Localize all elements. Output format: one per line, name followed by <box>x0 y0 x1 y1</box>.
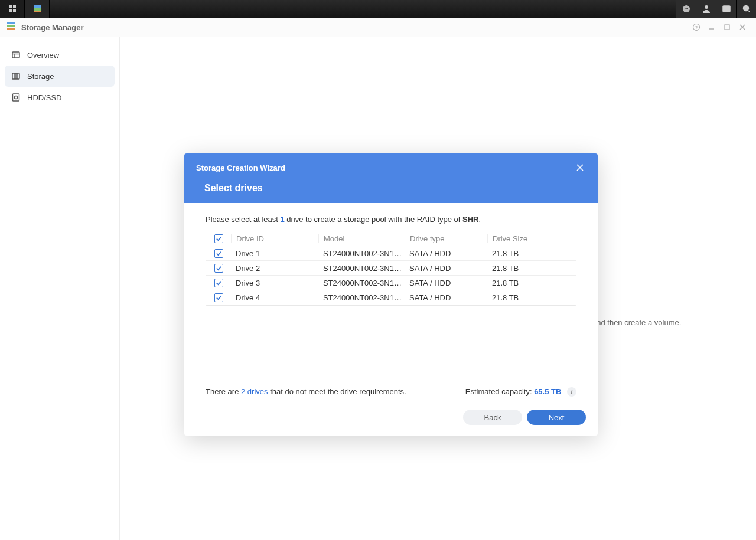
taskbar-widgets-icon[interactable] <box>716 0 736 18</box>
drive-checkbox[interactable] <box>214 264 223 273</box>
cell-drive-type: SATA / HDD <box>405 293 487 302</box>
dialog-subtitle: Select drives <box>204 183 586 194</box>
cell-model: ST24000NT002-3N11… <box>318 279 405 287</box>
taskbar-apps-button[interactable] <box>0 0 25 18</box>
window-minimize-button[interactable] <box>704 19 719 35</box>
svg-rect-0 <box>9 5 12 8</box>
svg-rect-2 <box>9 9 12 12</box>
sidebar-item-overview[interactable]: Overview <box>5 44 115 66</box>
min-drive-count: 1 <box>280 215 284 224</box>
svg-rect-32 <box>13 94 19 101</box>
table-row[interactable]: Drive 1ST24000NT002-3N11…SATA / HDD21.8 … <box>206 246 576 261</box>
col-header-drive-id[interactable]: Drive ID <box>231 234 318 243</box>
dialog-header: Storage Creation Wizard Select drives <box>184 153 598 203</box>
system-taskbar <box>0 0 756 18</box>
drive-checkbox[interactable] <box>214 279 223 287</box>
unmet-drives-text: There are 2 drives that do not meet the … <box>206 387 406 396</box>
svg-point-9 <box>686 8 687 9</box>
cell-model: ST24000NT002-3N11… <box>318 293 405 302</box>
dialog-info-row: There are 2 drives that do not meet the … <box>206 381 576 403</box>
storage-icon <box>11 71 21 81</box>
svg-rect-17 <box>7 25 15 27</box>
table-row[interactable]: Drive 2ST24000NT002-3N11…SATA / HDD21.8 … <box>206 261 576 276</box>
svg-line-15 <box>748 11 750 12</box>
sidebar: Overview Storage HDD/SSD <box>0 37 120 540</box>
back-button[interactable]: Back <box>463 410 522 425</box>
svg-point-14 <box>743 6 748 11</box>
drive-checkbox[interactable] <box>214 249 223 258</box>
background-hint-text: and then create a volume. <box>592 318 756 327</box>
dialog-close-button[interactable] <box>574 162 586 174</box>
cell-drive-size: 21.8 TB <box>487 293 576 302</box>
sidebar-item-storage[interactable]: Storage <box>5 66 115 87</box>
cell-drive-type: SATA / HDD <box>405 279 487 287</box>
hdd-icon <box>11 92 21 103</box>
table-row[interactable]: Drive 4ST24000NT002-3N11…SATA / HDD21.8 … <box>206 290 576 305</box>
select-all-checkbox[interactable] <box>214 234 223 243</box>
drive-checkbox[interactable] <box>214 293 223 302</box>
window-maximize-button[interactable] <box>719 19 735 35</box>
svg-rect-25 <box>12 52 19 58</box>
taskbar-search-icon[interactable] <box>736 0 756 18</box>
cell-model: ST24000NT002-3N11… <box>318 264 405 273</box>
window-titlebar: Storage Manager ? <box>0 18 756 37</box>
taskbar-storage-manager-button[interactable] <box>25 0 50 18</box>
capacity-value: 65.5 TB <box>534 387 561 396</box>
unmet-drives-link[interactable]: 2 drives <box>241 387 268 396</box>
cell-drive-size: 21.8 TB <box>487 249 576 258</box>
cell-drive-type: SATA / HDD <box>405 264 487 273</box>
svg-point-10 <box>687 8 688 9</box>
svg-rect-18 <box>7 28 15 30</box>
cell-drive-type: SATA / HDD <box>405 249 487 258</box>
window-close-button[interactable] <box>735 19 750 35</box>
instruction-text: Please select at least 1 drive to create… <box>206 215 576 224</box>
drive-table: Drive ID Model Drive type Drive Size Dri… <box>206 231 576 306</box>
cell-drive-id: Drive 4 <box>231 293 318 302</box>
taskbar-user-icon[interactable] <box>696 0 716 18</box>
taskbar-chat-icon[interactable] <box>676 0 696 18</box>
dialog-title: Storage Creation Wizard <box>196 163 285 172</box>
col-header-drive-size[interactable]: Drive Size <box>487 234 576 243</box>
sidebar-item-label: HDD/SSD <box>27 93 62 102</box>
col-header-drive-type[interactable]: Drive type <box>405 234 487 243</box>
svg-rect-16 <box>7 22 15 24</box>
svg-rect-3 <box>13 9 16 12</box>
svg-rect-12 <box>723 6 730 12</box>
svg-rect-6 <box>34 11 41 12</box>
table-header-row: Drive ID Model Drive type Drive Size <box>206 231 576 246</box>
window-help-button[interactable]: ? <box>689 19 704 35</box>
cell-drive-id: Drive 2 <box>231 264 318 273</box>
cell-drive-id: Drive 3 <box>231 279 318 287</box>
svg-point-8 <box>684 8 685 9</box>
cell-drive-size: 21.8 TB <box>487 264 576 273</box>
dialog-actions: Back Next <box>184 402 598 436</box>
col-header-model[interactable]: Model <box>318 234 405 243</box>
next-button[interactable]: Next <box>527 410 586 425</box>
info-icon[interactable]: i <box>567 387 576 397</box>
svg-point-33 <box>15 96 18 99</box>
sidebar-item-label: Overview <box>27 51 59 60</box>
storage-manager-icon <box>6 21 17 34</box>
cell-drive-size: 21.8 TB <box>487 279 576 287</box>
svg-point-11 <box>705 5 708 9</box>
cell-model: ST24000NT002-3N11… <box>318 249 405 258</box>
sidebar-item-label: Storage <box>27 72 54 81</box>
svg-rect-4 <box>34 5 41 8</box>
table-row[interactable]: Drive 3ST24000NT002-3N11…SATA / HDD21.8 … <box>206 276 576 290</box>
estimated-capacity: Estimated capacity: 65.5 TB i <box>465 387 576 397</box>
svg-rect-5 <box>34 8 41 11</box>
sidebar-item-hddssd[interactable]: HDD/SSD <box>5 87 115 108</box>
dashboard-icon <box>11 50 21 60</box>
storage-creation-wizard-dialog: Storage Creation Wizard Select drives Pl… <box>184 153 598 436</box>
window-title: Storage Manager <box>21 23 83 32</box>
svg-text:?: ? <box>695 25 698 30</box>
cell-drive-id: Drive 1 <box>231 249 318 258</box>
svg-rect-22 <box>725 25 729 30</box>
raid-type: SHR <box>462 215 478 224</box>
svg-rect-1 <box>13 5 16 8</box>
